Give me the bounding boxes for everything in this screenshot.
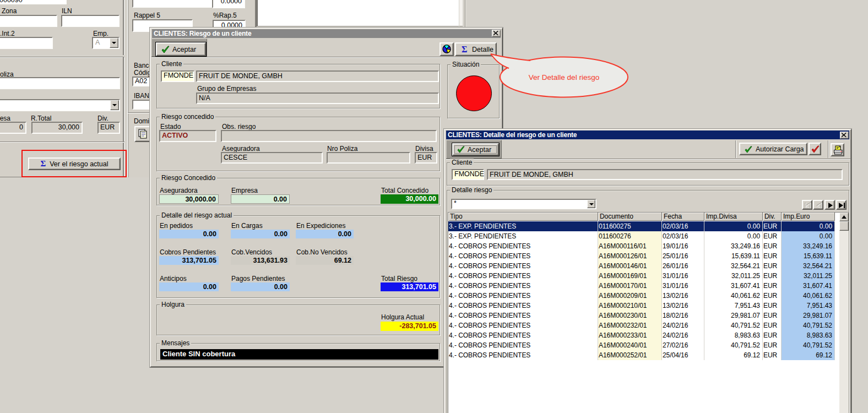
- svg-text:Ver Detalle del riesgo: Ver Detalle del riesgo: [529, 73, 599, 81]
